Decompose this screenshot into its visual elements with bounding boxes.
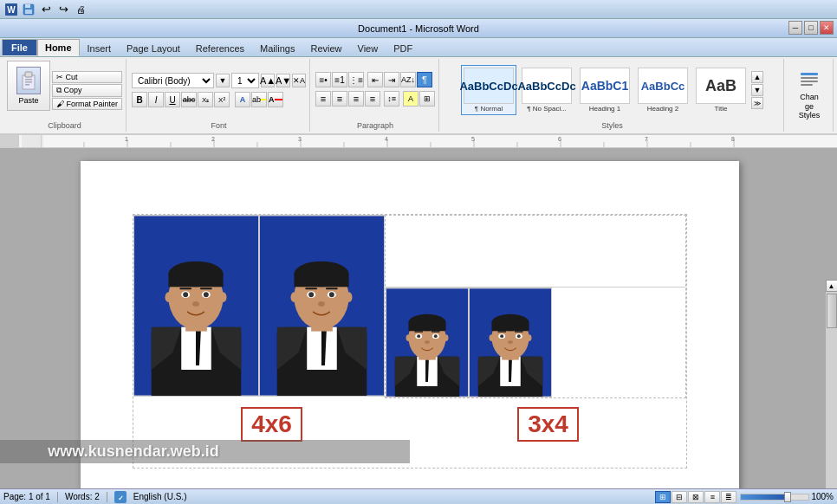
tab-home[interactable]: Home (37, 39, 80, 56)
style-heading2-preview: AaBbCc (638, 68, 688, 104)
maximize-button[interactable]: □ (804, 21, 818, 35)
svg-text:✓: ✓ (117, 494, 123, 502)
numbering-button[interactable]: ≡1 (332, 72, 347, 87)
italic-button[interactable]: I (148, 92, 164, 107)
show-hide-button[interactable]: ¶ (417, 72, 432, 87)
quick-print-button[interactable]: 🖨 (73, 2, 88, 17)
outline-button[interactable]: ≡ (704, 491, 720, 503)
svg-text:4: 4 (385, 136, 388, 142)
text-effect-button[interactable]: A (235, 92, 250, 107)
font-color-button[interactable]: A (268, 92, 283, 107)
web-layout-button[interactable]: ⊠ (688, 491, 704, 503)
underline-button[interactable]: U (165, 92, 180, 107)
styles-scroll-down[interactable]: ▼ (751, 84, 763, 96)
font-size-up-btn[interactable]: A▲ (261, 74, 275, 87)
bold-button[interactable]: B (132, 92, 147, 107)
clear-format-btn[interactable]: ✕A (292, 74, 306, 87)
draft-button[interactable]: ≣ (721, 491, 736, 503)
svg-rect-9 (25, 84, 29, 86)
copy-button[interactable]: ⧉ Copy (52, 84, 122, 97)
close-button[interactable]: ✕ (820, 21, 834, 35)
full-screen-button[interactable]: ⊟ (672, 491, 687, 503)
style-heading2[interactable]: AaBbCc Heading 2 (635, 65, 691, 115)
zoom-level: 100% (811, 492, 834, 501)
svg-rect-89 (414, 331, 423, 332)
justify-button[interactable]: ≡ (365, 91, 380, 107)
tab-mailings[interactable]: Mailings (252, 39, 302, 56)
svg-point-72 (318, 301, 325, 307)
style-no-spacing-label: ¶ No Spaci... (527, 105, 567, 113)
tab-references[interactable]: References (188, 39, 252, 56)
scroll-thumb[interactable] (827, 294, 837, 328)
tab-file[interactable]: File (2, 39, 37, 56)
cut-label: Cut (66, 73, 78, 81)
photo-3x4-1 (386, 288, 469, 397)
line-spacing-button[interactable]: ↕≡ (384, 91, 399, 107)
increase-indent-button[interactable]: ⇥ (384, 72, 399, 87)
change-styles-button[interactable]: ChangeStyles (788, 66, 831, 125)
svg-rect-12 (801, 81, 818, 82)
tab-view[interactable]: View (350, 39, 386, 56)
print-layout-button[interactable]: ⊞ (655, 491, 671, 503)
zoom-fill (741, 494, 788, 500)
zoom-slider[interactable] (740, 494, 809, 501)
superscript-button[interactable]: X² (214, 92, 230, 107)
photo-grid-container: 4x6 3x4 www.kusnendar.web.id (133, 214, 687, 468)
align-center-button[interactable]: ≡ (332, 91, 347, 107)
svg-point-112 (527, 334, 532, 341)
multilevel-button[interactable]: ⋮≡ (348, 72, 364, 87)
clipboard-label: Clipboard (48, 120, 81, 130)
shading-button[interactable]: A (403, 91, 418, 107)
font-expand-btn[interactable]: ▼ (216, 74, 230, 87)
style-title[interactable]: AaB Title (693, 65, 749, 115)
style-normal[interactable]: AaBbCcDc ¶ Normal (461, 65, 516, 115)
undo-button[interactable]: ↩ (38, 2, 54, 17)
font-size-down-btn[interactable]: A▼ (276, 74, 290, 87)
ruler: 1 2 3 4 5 6 7 8 (0, 135, 837, 148)
align-left-button[interactable]: ≡ (315, 91, 331, 107)
style-heading2-label: Heading 2 (647, 105, 678, 113)
svg-point-69 (329, 292, 334, 297)
cut-button[interactable]: ✂ Cut (52, 71, 122, 83)
format-painter-button[interactable]: 🖌 Format Painter (52, 98, 122, 110)
borders-button[interactable]: ⊞ (419, 91, 435, 107)
photo-3x4-empty (386, 216, 685, 288)
view-buttons: ⊞ ⊟ ⊠ ≡ ≣ (655, 491, 736, 503)
label-3x4: 3x4 (517, 407, 579, 442)
tab-review[interactable]: Review (302, 39, 349, 56)
font-size-select[interactable]: 11 (231, 73, 259, 88)
svg-point-55 (220, 292, 227, 302)
redo-button[interactable]: ↪ (55, 2, 71, 17)
ribbon: Paste ✂ Cut ⧉ Copy 🖌 Format Painter Clip… (0, 57, 837, 135)
svg-rect-71 (326, 288, 338, 289)
highlight-button[interactable]: ab (251, 92, 267, 107)
save-button[interactable] (21, 2, 36, 17)
paste-icon (16, 67, 41, 94)
strikethrough-button[interactable]: abc (181, 92, 197, 107)
styles-more-button[interactable]: ≫ (751, 97, 763, 109)
font-family-select[interactable]: Calibri (Body) (132, 73, 214, 88)
subscript-button[interactable]: X₂ (198, 92, 213, 107)
vertical-scrollbar[interactable]: ▲ ▼ (825, 280, 837, 504)
style-heading1[interactable]: AaBbC1 Heading 1 (577, 65, 633, 115)
svg-point-53 (192, 301, 199, 307)
decrease-indent-button[interactable]: ⇤ (367, 72, 383, 87)
zoom-handle[interactable] (784, 492, 791, 502)
bullets-button[interactable]: ≡• (315, 72, 331, 87)
minimize-button[interactable]: ─ (788, 21, 802, 35)
photo-3x4-area (385, 215, 686, 398)
svg-text:6: 6 (558, 136, 561, 142)
svg-rect-90 (431, 331, 440, 332)
align-right-button[interactable]: ≡ (348, 91, 364, 107)
status-sep-2 (107, 492, 107, 502)
tab-page-layout[interactable]: Page Layout (119, 39, 188, 56)
sort-button[interactable]: AZ↓ (400, 72, 416, 87)
photo-4x6-1 (133, 215, 259, 397)
spell-check-area[interactable]: ✓ (114, 491, 127, 503)
styles-scroll-up[interactable]: ▲ (751, 71, 763, 83)
tab-insert[interactable]: Insert (80, 39, 120, 56)
style-no-spacing[interactable]: AaBbCcDc ¶ No Spaci... (519, 65, 574, 115)
tab-pdf[interactable]: PDF (386, 39, 420, 56)
scroll-up-button[interactable]: ▲ (826, 280, 838, 292)
paste-button[interactable]: Paste (7, 61, 50, 111)
